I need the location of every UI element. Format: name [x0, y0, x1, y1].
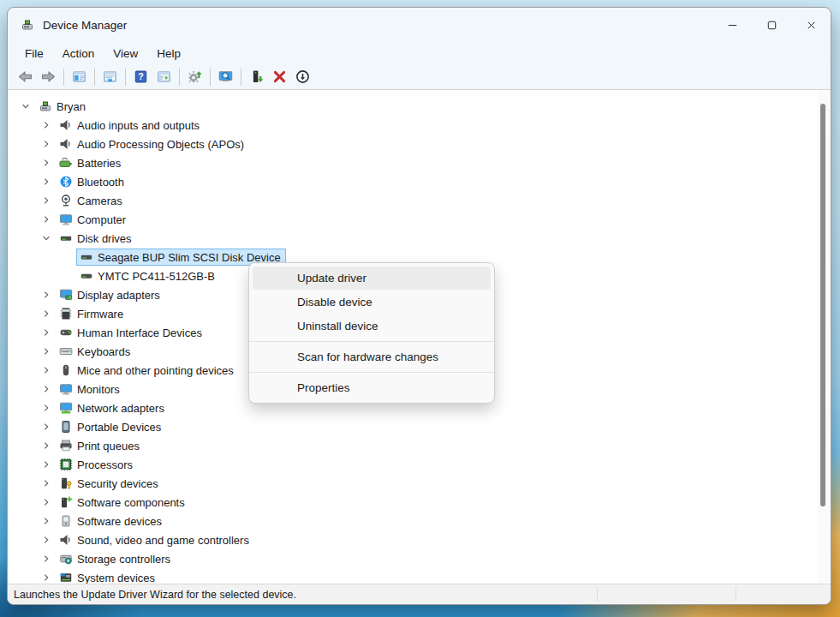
context-menu-item-update-driver[interactable]: Update driver — [253, 267, 491, 290]
chevron-right-icon[interactable] — [37, 363, 56, 377]
scrollbar-thumb[interactable] — [820, 104, 825, 506]
tree-item-content[interactable]: Display adapters — [56, 286, 165, 303]
menu-action[interactable]: Action — [54, 45, 104, 62]
chevron-right-icon[interactable] — [37, 514, 56, 528]
tree-item-content[interactable]: Monitors — [56, 380, 125, 398]
tree-item-content[interactable]: Audio Processing Objects (APOs) — [56, 135, 249, 153]
tree-item-content[interactable]: Network adapters — [56, 399, 170, 416]
chevron-right-icon[interactable] — [37, 401, 56, 415]
properties-button[interactable] — [98, 67, 122, 87]
chevron-right-icon[interactable] — [37, 552, 56, 566]
chevron-right-icon[interactable] — [37, 326, 56, 339]
tree-item-content[interactable]: Keyboards — [56, 343, 135, 360]
tree-item-content[interactable]: Software components — [56, 494, 190, 511]
tree-item-content[interactable]: Sound, video and game controllers — [56, 531, 254, 548]
context-menu: Update driverDisable deviceUninstall dev… — [248, 262, 495, 404]
chevron-right-icon[interactable] — [37, 307, 56, 320]
tree-item-content[interactable]: Bluetooth — [56, 173, 129, 190]
chevron-right-icon[interactable] — [37, 533, 56, 547]
tree-item-content[interactable]: Bryan — [35, 98, 91, 115]
chevron-right-icon — [40, 157, 52, 169]
tree-item-audio-processing-objects-apos[interactable]: Audio Processing Objects (APOs) — [8, 135, 831, 153]
chevron-right-icon[interactable] — [37, 156, 56, 170]
tree-item-audio-inputs-and-outputs[interactable]: Audio inputs and outputs — [8, 116, 831, 135]
context-menu-item-uninstall-device[interactable]: Uninstall device — [253, 314, 491, 338]
tree-item-content[interactable]: Computer — [56, 211, 131, 228]
tree-item-content[interactable]: Storage controllers — [56, 550, 176, 567]
chevron-down-icon[interactable] — [37, 231, 56, 245]
tree-item-bluetooth[interactable]: Bluetooth — [8, 172, 831, 191]
tree-item-content[interactable]: YMTC PC411-512GB-B — [76, 267, 220, 285]
chevron-right-icon[interactable] — [37, 288, 56, 302]
context-menu-item-properties[interactable]: Properties — [253, 376, 491, 399]
tree-item-print-queues[interactable]: Print queues — [8, 436, 831, 455]
tree-item-processors[interactable]: Processors — [8, 455, 831, 474]
chevron-right-icon[interactable] — [37, 476, 56, 490]
tree-item-bryan[interactable]: Bryan — [8, 97, 831, 116]
menu-help[interactable]: Help — [148, 45, 189, 62]
menu-view[interactable]: View — [104, 45, 146, 62]
menu-file[interactable]: File — [16, 45, 52, 62]
tree-item-content[interactable]: Mice and other pointing devices — [56, 362, 239, 379]
tree-item-content[interactable]: Human Interface Devices — [56, 324, 207, 341]
chevron-right-icon[interactable] — [37, 175, 56, 189]
chevron-right-icon[interactable] — [37, 439, 56, 452]
back-button[interactable] — [14, 67, 37, 87]
maximize-button[interactable] — [752, 8, 791, 42]
chevron-right-icon[interactable] — [37, 344, 56, 358]
chevron-right-icon[interactable] — [37, 213, 56, 226]
context-menu-item-disable-device[interactable]: Disable device — [253, 291, 491, 314]
tree-item-security-devices[interactable]: Security devices — [8, 474, 831, 493]
disk-drive-icon — [80, 250, 93, 264]
tree-item-content[interactable]: Audio inputs and outputs — [56, 117, 205, 134]
chevron-right-icon[interactable] — [37, 571, 56, 584]
chevron-down-icon — [20, 100, 32, 112]
tree-item-content[interactable]: Processors — [56, 456, 138, 473]
chevron-right-icon[interactable] — [37, 382, 56, 396]
uninstall-device-button[interactable] — [268, 67, 291, 87]
context-menu-item-scan-for-hardware-changes[interactable]: Scan for hardware changes — [253, 345, 491, 368]
chevron-right-icon[interactable] — [37, 137, 56, 151]
tree-item-portable-devices[interactable]: Portable Devices — [8, 417, 831, 436]
tree-item-content[interactable]: Software devices — [56, 512, 167, 530]
update-driver-software-button[interactable] — [183, 67, 206, 87]
help-button[interactable]: ? — [129, 67, 152, 87]
tree-item-batteries[interactable]: Batteries — [8, 153, 831, 172]
minimize-button[interactable] — [712, 8, 752, 42]
forward-arrow-icon — [41, 69, 56, 84]
tree-item-software-components[interactable]: Software components — [8, 493, 831, 512]
disable-device-button[interactable] — [291, 67, 314, 87]
tree-item-cameras[interactable]: Cameras — [8, 191, 831, 210]
chevron-right-icon — [40, 195, 52, 207]
tree-item-content[interactable]: Cameras — [56, 192, 128, 209]
forward-button[interactable] — [37, 67, 60, 87]
tree-item-software-devices[interactable]: Software devices — [8, 512, 831, 530]
chevron-down-icon[interactable] — [16, 99, 35, 113]
tree-item-computer[interactable]: Computer — [8, 210, 831, 229]
tree-item-disk-drives[interactable]: Disk drives — [8, 229, 831, 248]
tree-item-label: Print queues — [77, 440, 140, 452]
chevron-right-icon[interactable] — [37, 420, 56, 434]
tree-item-content[interactable]: Batteries — [56, 154, 126, 171]
show-console-tree-button[interactable] — [68, 67, 91, 87]
chevron-right-icon[interactable] — [37, 458, 56, 471]
close-button[interactable] — [791, 8, 831, 42]
tree-item-system-devices[interactable]: System devices — [8, 568, 831, 584]
tree-item-label: Bryan — [57, 100, 86, 113]
tree-item-content[interactable]: Firmware — [56, 305, 128, 322]
vertical-scrollbar[interactable] — [818, 90, 831, 584]
chevron-right-icon[interactable] — [37, 118, 56, 132]
tree-item-storage-controllers[interactable]: Storage controllers — [8, 549, 831, 568]
tree-item-content[interactable]: Security devices — [56, 475, 164, 492]
update-device-driver-button[interactable] — [245, 67, 268, 87]
scan-for-hardware-changes-button[interactable] — [214, 67, 237, 87]
chevron-right-icon[interactable] — [37, 495, 56, 509]
tree-item-content[interactable]: Portable Devices — [56, 418, 166, 435]
action-pane-button[interactable] — [152, 67, 176, 87]
chevron-right-icon[interactable] — [37, 194, 56, 207]
tree-item-sound-video-and-game-controllers[interactable]: Sound, video and game controllers — [8, 530, 831, 549]
tree-item-content[interactable]: Print queues — [56, 437, 145, 454]
desktop-background: Device Manager FileActionViewHelp ? Brya… — [0, 0, 840, 617]
tree-item-content[interactable]: Disk drives — [56, 230, 137, 247]
tree-item-content[interactable]: System devices — [56, 569, 160, 584]
